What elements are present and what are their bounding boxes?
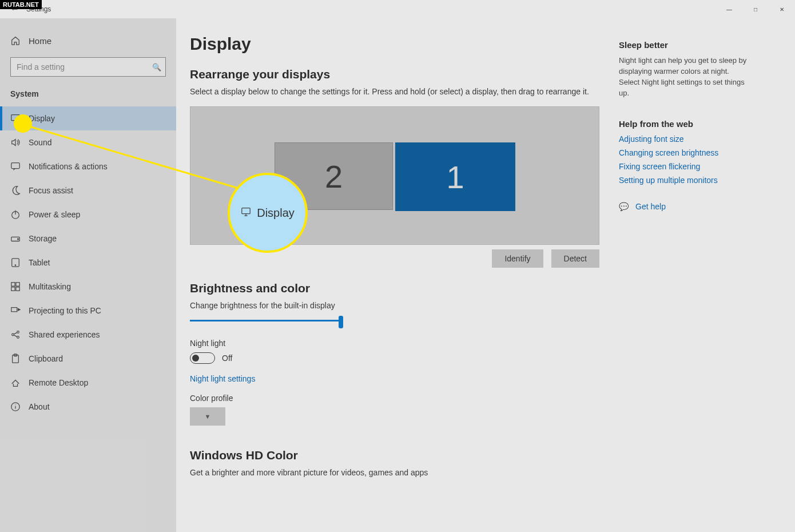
brightness-slider[interactable]: [190, 315, 343, 327]
page-title: Display: [190, 34, 602, 54]
minimize-button[interactable]: —: [716, 0, 742, 18]
slider-thumb[interactable]: [339, 316, 343, 328]
sidebar-item-tablet[interactable]: Tablet: [0, 251, 176, 275]
project-icon: [10, 305, 21, 316]
power-icon: [10, 209, 21, 220]
sidebar-item-label: Multitasking: [29, 282, 71, 291]
label-brightness: Change brightness for the built-in displ…: [190, 301, 602, 310]
svg-point-4: [18, 239, 19, 240]
svg-rect-9: [11, 287, 15, 291]
sidebar-item-label: Clipboard: [29, 354, 63, 363]
sidebar-item-storage[interactable]: Storage: [0, 227, 176, 251]
slider-track: [190, 320, 343, 321]
close-button[interactable]: ✕: [769, 0, 795, 18]
search-icon: 🔍: [152, 63, 161, 72]
search-input-wrap: 🔍: [10, 57, 166, 77]
drive-icon: [10, 233, 21, 244]
toggle-knob: [192, 355, 199, 362]
sidebar-item-remote-desktop[interactable]: Remote Desktop: [0, 371, 176, 395]
sidebar-item-notifications-actions[interactable]: Notifications & actions: [0, 154, 176, 178]
svg-point-6: [15, 265, 15, 265]
svg-rect-7: [11, 283, 15, 286]
remote-icon: [10, 378, 21, 388]
sidebar-item-label: Power & sleep: [29, 210, 80, 219]
svg-rect-11: [11, 308, 17, 312]
sidebar-item-label: Display: [29, 114, 55, 123]
titlebar: ← Settings — □ ✕: [0, 0, 795, 18]
heading-rearrange: Rearrange your displays: [190, 68, 602, 81]
moon-icon: [10, 185, 21, 196]
svg-rect-1: [11, 163, 19, 169]
monitor-2[interactable]: 2: [275, 142, 393, 210]
sidebar-item-label: Home: [29, 36, 51, 46]
aside-sleep-heading: Sleep better: [619, 40, 750, 50]
color-profile-dropdown[interactable]: ▼: [190, 407, 225, 426]
identify-button[interactable]: Identify: [492, 249, 543, 268]
heading-hdcolor: Windows HD Color: [190, 448, 602, 462]
sidebar-item-label: Projecting to this PC: [29, 306, 101, 315]
aside-sleep-text: Night light can help you get to sleep by…: [619, 55, 750, 98]
svg-rect-10: [16, 287, 19, 291]
sidebar-item-label: Shared experiences: [29, 330, 100, 339]
night-light-state: Off: [222, 354, 232, 363]
sidebar-item-sound[interactable]: Sound: [0, 130, 176, 154]
sidebar: Home 🔍 System DisplaySoundNotifications …: [0, 18, 176, 532]
svg-point-12: [12, 334, 14, 336]
link-fixing-screen-flickering[interactable]: Fixing screen flickering: [619, 162, 750, 171]
sidebar-item-label: Notifications & actions: [29, 162, 108, 171]
sidebar-item-multitasking[interactable]: Multitasking: [0, 275, 176, 299]
display-arranger[interactable]: 2 1: [190, 106, 599, 245]
svg-point-14: [17, 336, 19, 339]
multitask-icon: [10, 281, 21, 292]
svg-rect-8: [16, 283, 19, 286]
sidebar-item-label: Focus assist: [29, 186, 73, 195]
sidebar-item-clipboard[interactable]: Clipboard: [0, 347, 176, 371]
monitor-1[interactable]: 1: [395, 142, 515, 211]
sidebar-section-label: System: [0, 85, 176, 103]
rearrange-description: Select a display below to change the set…: [190, 87, 602, 96]
link-adjusting-font-size[interactable]: Adjusting font size: [619, 134, 750, 144]
sidebar-item-display[interactable]: Display: [0, 106, 176, 130]
monitor-icon: [10, 113, 21, 124]
sidebar-item-label: About: [29, 402, 50, 411]
link-setting-up-multiple-monitors[interactable]: Setting up multiple monitors: [619, 176, 750, 185]
label-color-profile: Color profile: [190, 394, 602, 403]
main-content: Display Rearrange your displays Select a…: [190, 34, 602, 532]
label-night-light: Night light: [190, 339, 602, 348]
sidebar-item-home[interactable]: Home: [0, 30, 176, 51]
sidebar-item-power-sleep[interactable]: Power & sleep: [0, 203, 176, 227]
svg-rect-0: [11, 115, 19, 121]
sidebar-item-projecting-to-this-pc[interactable]: Projecting to this PC: [0, 299, 176, 323]
aside-help-heading: Help from the web: [619, 119, 750, 129]
watermark-badge: RUTAB.NET: [0, 0, 42, 9]
search-input[interactable]: [10, 57, 166, 77]
sidebar-item-about[interactable]: About: [0, 395, 176, 419]
maximize-button[interactable]: □: [742, 0, 769, 18]
clipboard-icon: [10, 354, 21, 364]
aside: Sleep better Night light can help you ge…: [619, 34, 750, 532]
sidebar-item-label: Tablet: [29, 258, 50, 267]
svg-point-13: [17, 331, 19, 334]
speaker-icon: [10, 137, 21, 148]
link-changing-screen-brightness[interactable]: Changing screen brightness: [619, 148, 750, 157]
sidebar-item-label: Storage: [29, 234, 57, 243]
link-get-help[interactable]: Get help: [635, 202, 666, 211]
detect-button[interactable]: Detect: [551, 249, 599, 268]
chat-bubble-icon: 💬: [619, 202, 629, 211]
sidebar-item-focus-assist[interactable]: Focus assist: [0, 178, 176, 203]
share-icon: [10, 329, 21, 340]
heading-brightness: Brightness and color: [190, 281, 602, 295]
night-light-toggle[interactable]: [190, 352, 215, 364]
home-icon: [10, 35, 21, 46]
tablet-icon: [10, 257, 21, 268]
info-icon: [10, 402, 21, 412]
chevron-down-icon: ▼: [205, 413, 211, 420]
sidebar-item-label: Remote Desktop: [29, 378, 88, 387]
hdcolor-text: Get a brighter and more vibrant picture …: [190, 468, 602, 477]
link-night-light-settings[interactable]: Night light settings: [190, 374, 602, 383]
sidebar-item-shared-experiences[interactable]: Shared experiences: [0, 323, 176, 347]
sidebar-item-label: Sound: [29, 138, 51, 147]
chat-icon: [10, 161, 21, 172]
